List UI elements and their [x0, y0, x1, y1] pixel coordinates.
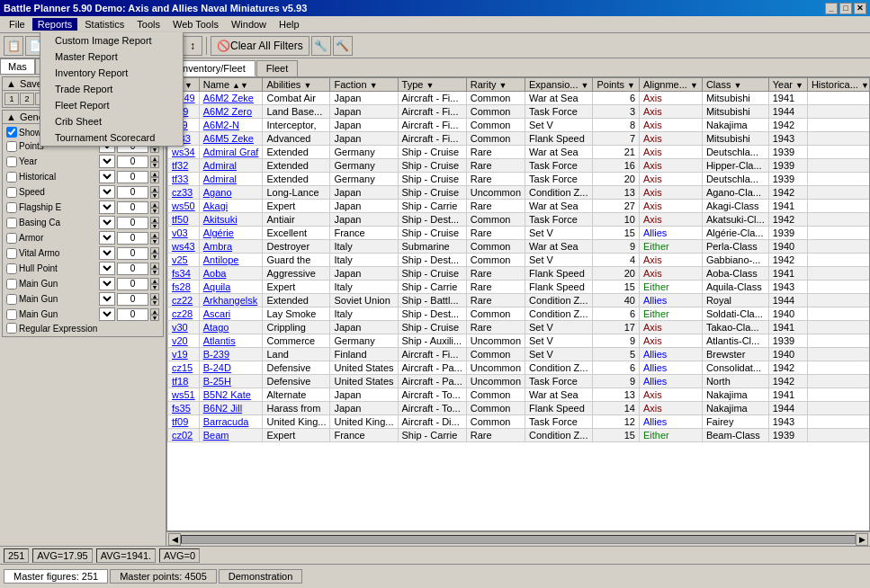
- cell-name[interactable]: Admiral: [199, 159, 263, 173]
- menu-webtools[interactable]: Web Tools: [167, 18, 224, 31]
- col-class[interactable]: Class ▼: [702, 78, 768, 92]
- menu-tools[interactable]: Tools: [131, 18, 166, 31]
- filter-basing-op[interactable]: =: [99, 216, 115, 229]
- cell-name[interactable]: Barracuda: [199, 415, 263, 429]
- cell-id[interactable]: ws51: [168, 388, 200, 402]
- toolbar-extra-btn2[interactable]: 🔨: [333, 36, 353, 56]
- spin-down4[interactable]: ▼: [150, 192, 159, 199]
- cell-id[interactable]: fs35: [168, 402, 200, 415]
- filter-armor-checkbox[interactable]: [6, 233, 17, 244]
- table-row[interactable]: v30AtagoCripplingJapanShip - CruiseRareS…: [168, 321, 871, 334]
- bottom-tab-master-figures[interactable]: Master figures: 251: [4, 569, 108, 584]
- cell-id[interactable]: ws43: [168, 240, 200, 254]
- filter-year-op[interactable]: =: [99, 155, 115, 168]
- filter-maingunc-val[interactable]: [117, 308, 148, 321]
- cell-name[interactable]: Akagi: [199, 200, 263, 213]
- cell-name[interactable]: Admiral Graf: [199, 146, 263, 159]
- cell-name[interactable]: B-24D: [199, 361, 263, 375]
- cell-name[interactable]: Admiral: [199, 173, 263, 186]
- regex-checkbox[interactable]: [6, 323, 17, 334]
- cell-name[interactable]: Aoba: [199, 267, 263, 281]
- filter-flagship-val[interactable]: [117, 201, 148, 214]
- filter-year-checkbox[interactable]: [6, 156, 17, 167]
- spin-down2[interactable]: ▼: [150, 162, 159, 168]
- filter-hull-val[interactable]: [117, 263, 148, 275]
- col-faction[interactable]: Faction ▼: [330, 78, 398, 92]
- cell-name[interactable]: A6M2-N: [199, 119, 263, 132]
- col-rarity[interactable]: Rarity ▼: [466, 78, 525, 92]
- spin-up11[interactable]: ▲: [150, 293, 159, 299]
- table-row[interactable]: tf49A6M2 ZeroLand Base...JapanAircraft -…: [168, 105, 871, 119]
- col-historical[interactable]: Historica... ▼: [807, 78, 870, 92]
- table-row[interactable]: v25AntilopeGuard theItalyShip - Dest...C…: [168, 254, 871, 267]
- cell-name[interactable]: Ascari: [199, 307, 263, 321]
- table-row[interactable]: ws51B5N2 KateAlternateJapanAircraft - To…: [168, 388, 871, 402]
- spin-up6[interactable]: ▲: [150, 217, 159, 223]
- table-row[interactable]: fs35B6N2 JillHarass fromJapanAircraft - …: [168, 402, 871, 415]
- scroll-left-btn[interactable]: ◀: [168, 533, 181, 546]
- table-row[interactable]: fs34AobaAggressiveJapanShip - CruiseRare…: [168, 267, 871, 281]
- filter-maingunb-checkbox[interactable]: [6, 294, 17, 305]
- tab-fleet[interactable]: Fleet: [256, 60, 298, 76]
- cell-id[interactable]: cz33: [168, 186, 200, 200]
- spin-down9[interactable]: ▼: [150, 269, 159, 275]
- table-row[interactable]: tf50AkitsukiAntiairJapanShip - Dest...Co…: [168, 213, 871, 227]
- cell-name[interactable]: B-239: [199, 348, 263, 361]
- cell-name[interactable]: Arkhangelsk: [199, 294, 263, 307]
- clear-filters-button[interactable]: 🚫 Clear All Filters: [211, 36, 309, 56]
- cell-id[interactable]: v25: [168, 254, 200, 267]
- spin-up3[interactable]: ▲: [150, 171, 159, 177]
- maximize-button[interactable]: □: [839, 3, 852, 14]
- table-row[interactable]: tf09BarracudaUnited King...United King..…: [168, 415, 871, 429]
- toolbar-sort-btn[interactable]: ↕: [183, 36, 202, 56]
- table-row[interactable]: cz22ArkhangelskExtendedSoviet UnionShip …: [168, 294, 871, 307]
- menu-file[interactable]: File: [4, 18, 31, 31]
- page-btn-2[interactable]: 2: [20, 93, 34, 105]
- horizontal-scrollbar[interactable]: ◀ ▶: [166, 531, 870, 546]
- filter-vital-val[interactable]: [117, 247, 148, 260]
- spin-up4[interactable]: ▲: [150, 186, 159, 192]
- filter-flagship-op[interactable]: =: [99, 200, 115, 214]
- table-row[interactable]: tf32AdmiralExtendedGermanyShip - CruiseR…: [168, 159, 871, 173]
- cell-name[interactable]: B-25H: [199, 375, 263, 388]
- filter-maingunc-checkbox[interactable]: [6, 309, 17, 320]
- col-year[interactable]: Year ▼: [768, 78, 807, 92]
- table-row[interactable]: cz15B-24DDefensiveUnited StatesAircraft …: [168, 361, 871, 375]
- cell-id[interactable]: tf09: [168, 415, 200, 429]
- cell-id[interactable]: ws34: [168, 146, 200, 159]
- col-alignment[interactable]: Alignme... ▼: [640, 78, 703, 92]
- cell-name[interactable]: A6M5 Zeke: [199, 132, 263, 146]
- menu-reports[interactable]: Reports: [32, 18, 78, 31]
- spin-down5[interactable]: ▼: [150, 208, 159, 214]
- bottom-tab-demo[interactable]: Demonstration: [219, 569, 303, 584]
- filter-speed-op[interactable]: =: [99, 185, 115, 199]
- spin-down6[interactable]: ▼: [150, 223, 159, 229]
- col-points[interactable]: Points ▼: [593, 78, 640, 92]
- filter-flagship-checkbox[interactable]: [6, 202, 17, 213]
- spin-down3[interactable]: ▼: [150, 177, 159, 183]
- spin-down7[interactable]: ▼: [150, 238, 159, 245]
- spin-up12[interactable]: ▲: [150, 308, 159, 315]
- cell-name[interactable]: Agano: [199, 186, 263, 200]
- cell-name[interactable]: Atlantis: [199, 334, 263, 348]
- table-row[interactable]: v20AtlantisCommerceGermanyShip - Auxili.…: [168, 334, 871, 348]
- cell-id[interactable]: v03: [168, 227, 200, 240]
- reports-master[interactable]: Master Report: [40, 49, 183, 65]
- table-row[interactable]: v03AlgérieExcellentFranceShip - CruiseRa…: [168, 227, 871, 240]
- minimize-button[interactable]: _: [825, 3, 838, 14]
- show-virtual-checkbox[interactable]: [6, 127, 17, 138]
- filter-basing-val[interactable]: [117, 217, 148, 229]
- cell-name[interactable]: Atago: [199, 321, 263, 334]
- cell-id[interactable]: v30: [168, 321, 200, 334]
- table-row[interactable]: ws50AkagiExpertJapanShip - CarrieRareWar…: [168, 200, 871, 213]
- spin-up10[interactable]: ▲: [150, 278, 159, 284]
- cell-id[interactable]: tf32: [168, 159, 200, 173]
- left-tab-mas1[interactable]: Mas: [0, 58, 35, 74]
- scroll-right-btn[interactable]: ▶: [856, 533, 868, 546]
- cell-id[interactable]: cz22: [168, 294, 200, 307]
- cell-name[interactable]: Algérie: [199, 227, 263, 240]
- filter-historical-op[interactable]: =: [99, 170, 115, 183]
- cell-id[interactable]: fs28: [168, 281, 200, 294]
- cell-name[interactable]: B5N2 Kate: [199, 388, 263, 402]
- table-row[interactable]: v19B-239LandFinlandAircraft - Fi...Commo…: [168, 348, 871, 361]
